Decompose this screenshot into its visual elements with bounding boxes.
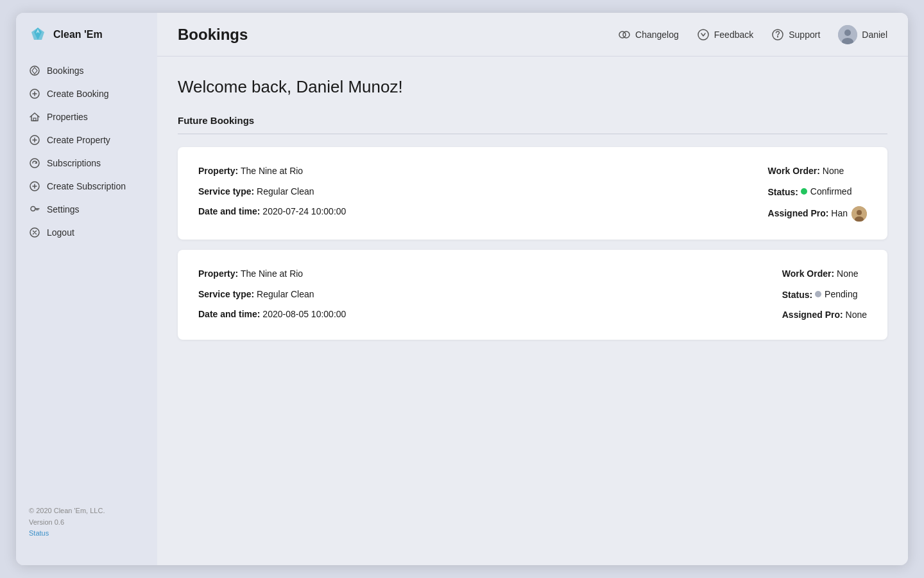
close-circle-icon xyxy=(29,227,40,238)
svg-point-10 xyxy=(698,30,708,40)
booking-right-2: Work Order: None Status: Pending Assigne… xyxy=(782,268,867,322)
header-actions: Changelog Feedback xyxy=(618,25,887,44)
future-bookings-section: Future Bookings Property: The Nine at Ri… xyxy=(178,115,887,340)
page-title: Bookings xyxy=(178,26,618,44)
feedback-icon xyxy=(697,28,710,41)
sidebar-footer: © 2020 Clean 'Em, LLC. Version 0.6 Statu… xyxy=(16,493,157,552)
property-field-1: Property: The Nine at Rio xyxy=(198,165,346,178)
svg-point-16 xyxy=(857,210,862,215)
sidebar-item-create-property[interactable]: Create Property xyxy=(16,128,157,152)
status-link[interactable]: Status xyxy=(29,529,49,537)
header: Bookings Changelog xyxy=(157,13,908,57)
svg-point-4 xyxy=(30,159,39,168)
sidebar: Clean 'Em Bookings xyxy=(16,13,157,565)
service-field-2: Service type: Regular Clean xyxy=(198,288,346,301)
service-field-1: Service type: Regular Clean xyxy=(198,186,346,198)
support-icon xyxy=(771,28,784,41)
welcome-message: Welcome back, Daniel Munoz! xyxy=(178,77,887,97)
feedback-label: Feedback xyxy=(714,30,753,40)
section-title: Future Bookings xyxy=(178,115,887,126)
user-menu[interactable]: Daniel xyxy=(838,25,887,44)
property-field-2: Property: The Nine at Rio xyxy=(198,268,346,281)
booking-card-2: Property: The Nine at Rio Service type: … xyxy=(178,250,887,340)
changelog-label: Changelog xyxy=(635,30,679,40)
assigned-pro-content-1: Han xyxy=(831,206,867,222)
support-button[interactable]: Support xyxy=(771,28,820,41)
refresh-circle-icon xyxy=(29,157,40,169)
assigned-field-2: Assigned Pro: None xyxy=(782,309,867,322)
booking-right-1: Work Order: None Status: Confirmed Assig… xyxy=(768,165,867,222)
plus-circle-icon-property xyxy=(29,134,40,146)
pro-avatar-1 xyxy=(851,206,867,222)
changelog-button[interactable]: Changelog xyxy=(618,28,679,41)
work-order-field-2: Work Order: None xyxy=(782,268,867,281)
key-icon xyxy=(29,204,40,215)
booking-left-1: Property: The Nine at Rio Service type: … xyxy=(198,165,346,218)
sidebar-item-logout[interactable]: Logout xyxy=(16,221,157,244)
work-order-field-1: Work Order: None xyxy=(768,165,867,178)
plus-circle-icon-booking xyxy=(29,88,40,100)
booking-card-1: Property: The Nine at Rio Service type: … xyxy=(178,147,887,240)
sidebar-nav: Bookings Create Booking xyxy=(16,59,157,493)
sidebar-item-settings[interactable]: Settings xyxy=(16,198,157,221)
user-name: Daniel xyxy=(862,30,887,40)
app-name: Clean 'Em xyxy=(53,29,103,40)
version-text: Version 0.6 xyxy=(29,517,144,529)
copyright-text: © 2020 Clean 'Em, LLC. xyxy=(29,505,144,517)
status-dot-confirmed xyxy=(801,188,807,195)
avatar xyxy=(838,25,857,44)
feedback-button[interactable]: Feedback xyxy=(697,28,753,41)
status-indicator-1: Confirmed xyxy=(801,186,852,198)
sidebar-item-subscriptions[interactable]: Subscriptions xyxy=(16,152,157,175)
status-field-2: Status: Pending xyxy=(782,288,867,301)
changelog-icon xyxy=(618,28,631,41)
plus-circle-icon-sub xyxy=(29,180,40,192)
home-icon xyxy=(29,111,40,123)
svg-point-13 xyxy=(844,30,851,36)
sidebar-item-create-booking[interactable]: Create Booking xyxy=(16,82,157,105)
main-area: Bookings Changelog xyxy=(157,13,908,565)
sidebar-logo[interactable]: Clean 'Em xyxy=(16,26,157,59)
content-area: Welcome back, Daniel Munoz! Future Booki… xyxy=(157,57,908,565)
booking-left-2: Property: The Nine at Rio Service type: … xyxy=(198,268,346,321)
section-divider xyxy=(178,134,887,134)
status-indicator-2: Pending xyxy=(815,288,857,301)
status-dot-pending xyxy=(815,291,821,297)
app-container: Clean 'Em Bookings xyxy=(16,13,908,565)
diamond-icon xyxy=(29,65,40,76)
assigned-field-1: Assigned Pro: Han xyxy=(768,206,867,222)
support-label: Support xyxy=(789,30,820,40)
sidebar-item-create-subscription[interactable]: Create Subscription xyxy=(16,175,157,198)
sidebar-item-properties[interactable]: Properties xyxy=(16,105,157,128)
date-field-2: Date and time: 2020-08-05 10:00:00 xyxy=(198,308,346,321)
logo-icon xyxy=(29,26,47,44)
svg-point-9 xyxy=(623,31,629,38)
status-field-1: Status: Confirmed xyxy=(768,186,867,198)
sidebar-item-bookings[interactable]: Bookings xyxy=(16,59,157,82)
date-field-1: Date and time: 2020-07-24 10:00:00 xyxy=(198,206,346,218)
